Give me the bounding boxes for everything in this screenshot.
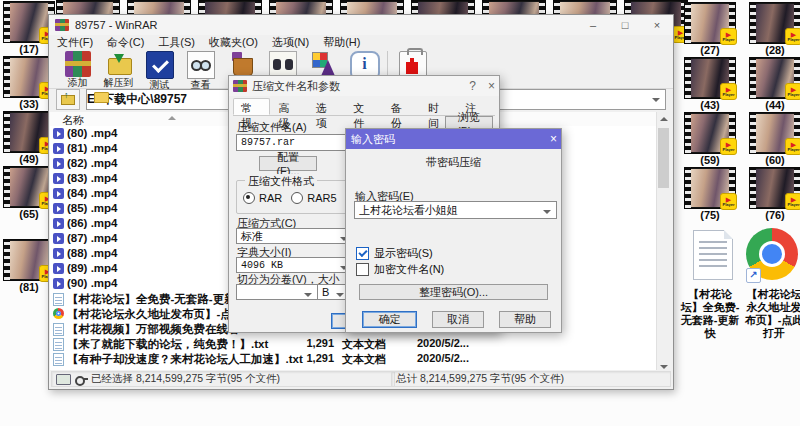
desktop-video-icon[interactable]: ▶Player bbox=[4, 112, 54, 152]
format-radio-RAR[interactable]: RAR bbox=[243, 192, 282, 204]
archive-name-label: 压缩文件名(A) bbox=[237, 120, 307, 135]
minimize-button[interactable]: – bbox=[577, 15, 609, 35]
key-icon[interactable] bbox=[75, 376, 87, 382]
password-value: 上村花论坛看小姐姐 bbox=[359, 203, 458, 218]
disk-icon[interactable] bbox=[56, 374, 71, 385]
maximize-button[interactable]: □ bbox=[609, 15, 641, 35]
dialog-help-icon[interactable]: ? bbox=[469, 79, 476, 93]
menu-item[interactable]: 选项(N) bbox=[272, 35, 309, 50]
chevron-down-icon[interactable] bbox=[336, 293, 344, 297]
profile-button[interactable]: 配置(F)... bbox=[259, 156, 317, 171]
desktop-icon-label: (59) bbox=[679, 154, 741, 167]
tab-文件[interactable]: 文件 bbox=[345, 98, 382, 115]
menu-item[interactable]: 帮助(H) bbox=[323, 35, 360, 50]
file-name: (88) .mp4 bbox=[67, 247, 118, 259]
chevron-down-icon[interactable] bbox=[543, 210, 551, 214]
password-ok-button[interactable]: 确定 bbox=[362, 311, 417, 328]
toolbar-button-wizard[interactable] bbox=[303, 49, 344, 76]
password-dialog: 输入密码 × 带密码压缩 输入密码(E) 上村花论坛看小姐姐 显示密码(S) 加… bbox=[345, 128, 562, 333]
mp4-file-icon bbox=[53, 203, 64, 214]
desktop-video-icon[interactable]: ▶Player bbox=[4, 2, 54, 42]
password-dialog-close-icon[interactable]: × bbox=[550, 132, 557, 146]
chevron-down-icon[interactable] bbox=[304, 293, 312, 297]
format-radio-RAR5[interactable]: RAR5 bbox=[291, 192, 336, 204]
file-type: 文本文档 bbox=[342, 337, 412, 352]
encrypt-names-checkbox[interactable] bbox=[356, 263, 369, 276]
tab-备份[interactable]: 备份 bbox=[383, 98, 420, 115]
mp4-file-icon bbox=[53, 263, 64, 274]
show-password-checkbox[interactable] bbox=[356, 247, 369, 260]
player-badge-icon: ▶Player bbox=[720, 83, 737, 100]
view-icon bbox=[187, 51, 215, 79]
password-cancel-button[interactable]: 取消 bbox=[432, 311, 484, 328]
txt-file-icon bbox=[53, 353, 64, 366]
toolbar-button-add[interactable]: 添加 bbox=[57, 49, 98, 90]
desktop-video-icon[interactable]: ▶Player bbox=[4, 57, 54, 97]
desktop-video-icon[interactable]: ▶Player bbox=[750, 168, 800, 208]
compression-method-select[interactable]: 标准 bbox=[236, 228, 354, 244]
desktop-video-icon[interactable]: ▶Player bbox=[4, 167, 54, 207]
menu-item[interactable]: 命令(C) bbox=[107, 35, 144, 50]
table-row[interactable]: 【有种子却没速度？来村花论坛人工加速】.txt1,291文本文档2020/5/2… bbox=[50, 351, 660, 366]
toolbar-button-extract[interactable]: 解压到 bbox=[98, 49, 139, 90]
page-fold-icon bbox=[724, 230, 733, 239]
desktop-video-icon[interactable]: ▶Player bbox=[685, 113, 735, 153]
dictionary-size-select[interactable]: 4096 KB bbox=[236, 257, 354, 273]
close-button[interactable]: × bbox=[641, 15, 673, 35]
up-one-level-button[interactable] bbox=[56, 89, 80, 110]
menu-item[interactable]: 文件(F) bbox=[57, 35, 93, 50]
toolbar-button-repair[interactable] bbox=[392, 49, 433, 78]
file-name: 【来了就能下载的论坛，纯免费！】.txt bbox=[67, 337, 268, 352]
toolbar-button-view[interactable]: 查看 bbox=[180, 49, 221, 92]
password-dialog-titlebar[interactable]: 输入密码 bbox=[346, 129, 561, 149]
tab-高级[interactable]: 高级 bbox=[270, 98, 307, 115]
status-total-cell: 总计 8,214,599,275 字节(95 个文件) bbox=[391, 371, 671, 387]
menu-item[interactable]: 工具(S) bbox=[158, 35, 195, 50]
dialog-close-icon[interactable]: × bbox=[488, 79, 495, 93]
desktop-video-icon[interactable]: ▶Player bbox=[750, 58, 800, 98]
desktop-video-icon[interactable]: ▶Player bbox=[685, 58, 735, 98]
desktop-video-icon[interactable]: ▶Player bbox=[685, 168, 735, 208]
format-radio-label: RAR bbox=[259, 192, 282, 204]
txt-file-icon bbox=[53, 338, 64, 351]
player-badge-icon: ▶Player bbox=[785, 193, 800, 210]
split-size-select[interactable] bbox=[236, 284, 318, 300]
player-badge-icon: ▶Player bbox=[720, 193, 737, 210]
menu-item[interactable]: 收藏夹(O) bbox=[209, 35, 258, 50]
desktop-txt-icon[interactable] bbox=[693, 230, 733, 280]
show-password-row[interactable]: 显示密码(S) bbox=[356, 246, 433, 261]
file-size: 1,291 bbox=[278, 352, 334, 364]
chevron-down-icon[interactable] bbox=[652, 98, 660, 102]
wizard-icon bbox=[311, 51, 337, 77]
player-badge-text: Player bbox=[787, 38, 799, 42]
mp4-file-icon bbox=[53, 278, 64, 289]
scroll-up-icon[interactable] bbox=[660, 117, 668, 121]
desktop-video-icon[interactable]: ▶Player bbox=[4, 240, 54, 280]
scroll-down-icon[interactable] bbox=[660, 365, 668, 369]
file-name: (87) .mp4 bbox=[67, 232, 118, 244]
password-help-button[interactable]: 帮助 bbox=[499, 311, 551, 328]
vertical-scrollbar[interactable] bbox=[656, 112, 670, 374]
desktop-video-icon[interactable]: ▶Player bbox=[750, 113, 800, 153]
archive-dialog-titlebar[interactable]: 压缩文件名和参数 bbox=[229, 76, 499, 96]
player-badge-text: Player bbox=[722, 148, 734, 152]
tab-选项[interactable]: 选项 bbox=[308, 98, 345, 115]
desktop-video-icon[interactable]: ▶Player bbox=[685, 3, 735, 43]
status-selected-text: 已经选择 8,214,599,275 字节(95 个文件) bbox=[91, 372, 280, 386]
desktop-video-icon[interactable]: ▶Player bbox=[750, 3, 800, 43]
toolbar-button-test[interactable]: 测试 bbox=[139, 49, 180, 92]
player-badge-text: Player bbox=[787, 203, 799, 207]
table-row[interactable]: 【来了就能下载的论坛，纯免费！】.txt1,291文本文档2020/5/2... bbox=[50, 336, 660, 351]
desktop-icon-label: (75) bbox=[679, 209, 741, 222]
password-input[interactable]: 上村花论坛看小姐姐 bbox=[354, 201, 557, 219]
encrypt-names-row[interactable]: 加密文件名(N) bbox=[356, 262, 444, 277]
toolbar-button-find[interactable] bbox=[262, 49, 303, 78]
player-badge-text: Player bbox=[787, 148, 799, 152]
organize-passwords-button[interactable]: 整理密码(O)... bbox=[359, 284, 548, 300]
file-name: (89) .mp4 bbox=[67, 262, 118, 274]
scrollbar-thumb[interactable] bbox=[658, 128, 669, 188]
tab-常规[interactable]: 常规 bbox=[233, 98, 270, 115]
radio-icon[interactable] bbox=[243, 192, 255, 204]
radio-icon[interactable] bbox=[291, 192, 303, 204]
mp4-file-icon bbox=[53, 218, 64, 229]
